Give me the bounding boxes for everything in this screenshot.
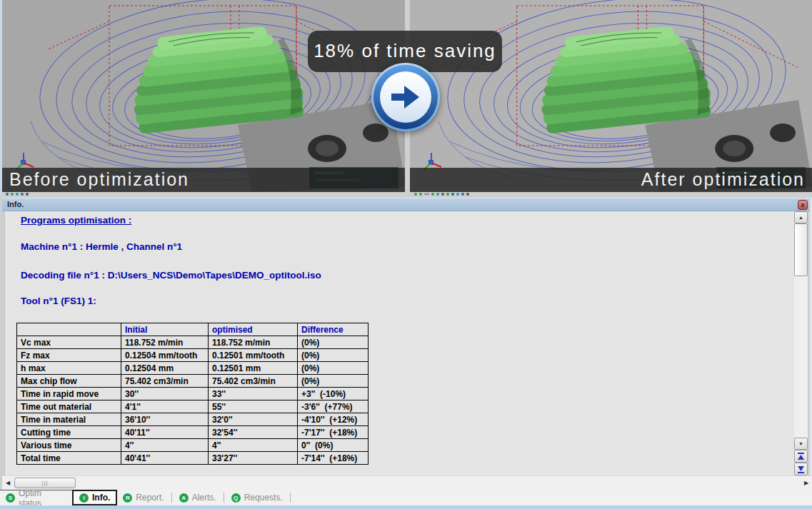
- row-label: Total time: [17, 452, 121, 465]
- tab-info[interactable]: I Info.: [72, 490, 117, 505]
- tab-divider: [224, 493, 224, 503]
- info-panel-title: Info.: [7, 200, 24, 208]
- viewport-after-optimization[interactable]: After optimization: [410, 0, 812, 192]
- info-panel-titlebar: Info. x: [2, 198, 812, 211]
- cell-initial: 30'': [121, 388, 209, 400]
- table-row: Max chip flow 75.402 cm3/min 75.402 cm3/…: [17, 375, 369, 388]
- tab-alerts[interactable]: A Alerts.: [174, 490, 222, 505]
- cell-difference: (0%): [298, 362, 369, 375]
- tab-optim-status[interactable]: S Optim status: [0, 490, 72, 505]
- cell-optimised: 75.402 cm3/min: [209, 375, 298, 388]
- cell-optimised: 33'27'': [209, 452, 298, 465]
- info-panel-content: Programs optimisation : Machine n°1 : He…: [6, 211, 794, 475]
- cell-difference: +3'' (-10%): [298, 388, 369, 400]
- row-label: Time in material: [17, 413, 121, 426]
- cell-difference: -4'10'' (+12%): [298, 413, 369, 426]
- requests-tab-icon: Q: [231, 493, 241, 503]
- table-header-row: Initial optimised Difference: [17, 323, 369, 336]
- table-row: Cutting time 40'11'' 32'54'' -7'17'' (+1…: [17, 426, 369, 439]
- optimization-results-table: Initial optimised Difference Vc max 118.…: [16, 323, 369, 465]
- cell-initial: 0.12504 mm: [121, 362, 209, 375]
- after-optimization-label: After optimization: [410, 168, 812, 192]
- table-row: Various time 4'' 4'' 0'' (0%): [17, 439, 369, 452]
- cell-difference: 0'' (0%): [298, 439, 369, 452]
- bottom-tab-bar: S Optim status I Info. R Report. A Alert…: [0, 490, 812, 505]
- viewport-before-optimization[interactable]: Before optimization: [2, 0, 405, 192]
- alerts-tab-icon: A: [179, 493, 189, 503]
- table-row: Time in material 36'10'' 32'0'' -4'10'' …: [17, 413, 369, 426]
- cell-optimised: 0.12501 mm: [209, 362, 298, 375]
- close-icon[interactable]: x: [798, 200, 808, 210]
- tool-line: Tool n°1 (FS1) 1:: [21, 296, 96, 306]
- next-arrow-button[interactable]: [371, 63, 440, 131]
- tab-label: Report.: [136, 493, 164, 503]
- viewport-toolbar-dots-after[interactable]: [414, 191, 469, 197]
- time-saving-text: 18% of time saving: [314, 40, 496, 61]
- tab-requests[interactable]: Q Requests.: [226, 490, 289, 505]
- machined-part-scene-after: [410, 0, 812, 192]
- row-label: Vc max: [17, 336, 121, 349]
- tab-label: Info.: [92, 493, 110, 503]
- optim-status-tab-icon: S: [6, 493, 15, 503]
- tab-report[interactable]: R Report.: [117, 490, 169, 505]
- cell-optimised: 32'0'': [209, 413, 298, 426]
- row-label: Time out material: [17, 400, 121, 413]
- cell-initial: 40'41'': [121, 452, 209, 465]
- header-optimised: optimised: [209, 323, 298, 336]
- scroll-right-icon[interactable]: ▶: [801, 476, 812, 490]
- report-tab-icon: R: [123, 493, 132, 503]
- cell-difference: (0%): [298, 375, 369, 388]
- cell-optimised: 33'': [209, 388, 298, 400]
- table-row: Fz max 0.12504 mm/tooth 0.12501 mm/tooth…: [17, 349, 369, 362]
- arrow-button-face: [380, 71, 431, 123]
- window-bottom-border: [0, 505, 812, 509]
- row-label: Cutting time: [17, 426, 121, 439]
- table-row: h max 0.12504 mm 0.12501 mm (0%): [17, 362, 369, 375]
- row-label: h max: [17, 362, 121, 375]
- header-difference: Difference: [298, 323, 369, 336]
- vertical-scrollbar[interactable]: ▲ ▼: [794, 211, 808, 475]
- cell-initial: 75.402 cm3/min: [121, 375, 209, 388]
- tab-divider: [290, 493, 291, 503]
- table-row: Time out material 4'1'' 55'' -3'6'' (+77…: [17, 400, 369, 413]
- machine-line: Machine n°1 : Hermle , Channel n°1: [21, 241, 182, 252]
- viewport-toolbar-dots-before[interactable]: [6, 191, 29, 197]
- table-row: Time in rapid move 30'' 33'' +3'' (-10%): [17, 388, 369, 400]
- scroll-down-icon[interactable]: ▼: [794, 438, 808, 450]
- horizontal-scrollbar-thumb[interactable]: |||: [14, 478, 76, 488]
- cell-difference: -7'17'' (+18%): [298, 426, 369, 439]
- vertical-scrollbar-thumb[interactable]: [794, 223, 808, 276]
- decoding-file-line: Decoding file n°1 : D:\Users_NCS\Demo\Ta…: [21, 270, 321, 281]
- header-empty: [17, 323, 121, 336]
- row-label: Max chip flow: [17, 375, 121, 388]
- cell-difference: (0%): [298, 349, 369, 362]
- horizontal-scrollbar[interactable]: ◀ ||| ▶: [2, 475, 812, 490]
- cell-initial: 4'': [121, 439, 209, 452]
- scroll-to-bottom-icon[interactable]: [794, 463, 808, 475]
- right-arrow-icon: [387, 79, 424, 116]
- cell-initial: 40'11'': [121, 426, 209, 439]
- cell-initial: 4'1'': [121, 400, 209, 413]
- scroll-left-icon[interactable]: ◀: [2, 476, 14, 490]
- tab-label: Alerts.: [192, 493, 216, 503]
- cell-optimised: 55'': [209, 400, 298, 413]
- machined-part-scene-before: [2, 0, 405, 192]
- vertical-scrollbar-track[interactable]: [794, 276, 808, 438]
- cell-difference: (0%): [298, 336, 369, 349]
- table-row: Vc max 118.752 m/min 118.752 m/min (0%): [17, 336, 369, 349]
- application-window: Before optimization After optimization 1…: [0, 0, 812, 509]
- before-optimization-label: Before optimization: [2, 168, 405, 192]
- cell-initial: 36'10'': [121, 413, 209, 426]
- tab-label: Requests.: [244, 493, 283, 503]
- cell-difference: -7'14'' (+18%): [298, 452, 369, 465]
- info-tab-icon: I: [79, 493, 89, 503]
- row-label: Time in rapid move: [17, 388, 121, 400]
- row-label: Fz max: [17, 349, 121, 362]
- cell-optimised: 0.12501 mm/tooth: [209, 349, 298, 362]
- programs-optimisation-heading: Programs optimisation :: [21, 215, 131, 226]
- cell-initial: 0.12504 mm/tooth: [121, 349, 209, 362]
- header-initial: Initial: [121, 323, 209, 336]
- scroll-up-icon[interactable]: ▲: [794, 211, 808, 223]
- row-label: Various time: [17, 439, 121, 452]
- scroll-to-top-icon[interactable]: [794, 450, 808, 463]
